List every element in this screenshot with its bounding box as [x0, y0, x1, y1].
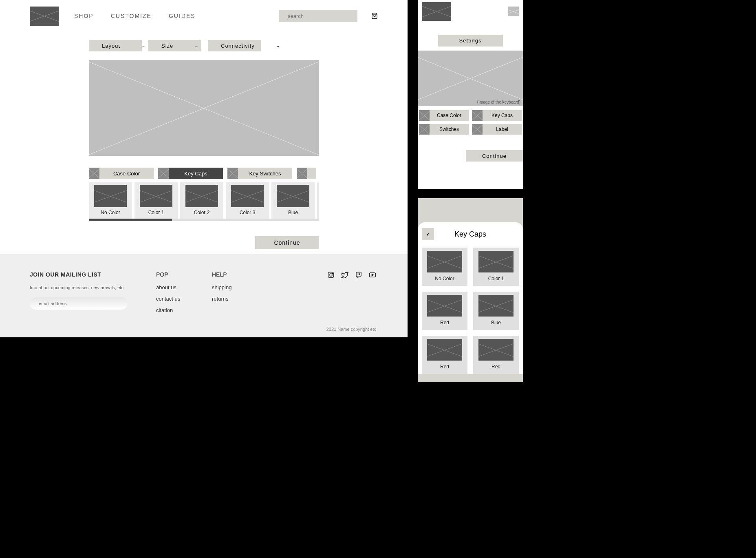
- keyboard-image: (Image of the keyboard): [418, 51, 523, 106]
- header: SHOP CUSTOMIZE GUIDES: [0, 0, 408, 32]
- swatch-icon: [419, 110, 430, 121]
- footer: JOIN OUR MAILING LIST Info about upcomin…: [0, 254, 408, 337]
- svg-point-1: [330, 274, 332, 276]
- copyright: 2021 Name copyright etc: [326, 327, 376, 332]
- logo[interactable]: [422, 2, 451, 21]
- color-card[interactable]: Red: [473, 336, 519, 374]
- twitch-icon[interactable]: [355, 271, 362, 279]
- swatch-icon: [419, 124, 430, 135]
- swatch-icon: [297, 168, 307, 179]
- footer-col-title: POP: [156, 271, 208, 278]
- footer-link[interactable]: returns: [212, 296, 264, 302]
- continue-button[interactable]: Continue: [255, 236, 319, 249]
- instagram-icon[interactable]: [327, 271, 335, 279]
- image-caption: (Image of the keyboard): [477, 100, 520, 104]
- footer-link[interactable]: about us: [156, 284, 208, 290]
- option-card[interactable]: Blue: [271, 182, 315, 219]
- swatch-icon: [227, 168, 238, 179]
- chevron-left-icon: ‹: [427, 230, 429, 239]
- chevron-down-icon: ⌄: [181, 43, 199, 49]
- tab-key-switches[interactable]: Key Switches: [227, 168, 292, 179]
- swatch-icon: [472, 110, 483, 121]
- dropdown-layout[interactable]: Layout⌄: [89, 40, 142, 51]
- option-row: No Color Color 1 Color 2 Color 3 Blue: [89, 182, 319, 219]
- mailing-list-title: JOIN OUR MAILING LIST: [30, 271, 152, 278]
- dropdown-connectivity[interactable]: Connectivity⌄: [208, 40, 261, 51]
- bottom-sheet: ‹ Key Caps No Color Color 1 Red Blue Red…: [418, 222, 523, 374]
- tile-case-color[interactable]: Case Color: [419, 110, 469, 121]
- swatch-thumb: [478, 295, 514, 317]
- footer-link[interactable]: citation: [156, 307, 208, 313]
- tab-overflow[interactable]: [297, 168, 316, 179]
- svg-point-2: [332, 273, 333, 274]
- swatch-thumb: [427, 251, 462, 272]
- swatch-thumb: [94, 185, 127, 207]
- tab-case-color[interactable]: Case Color: [89, 168, 154, 179]
- swatch-thumb: [185, 185, 218, 207]
- search-input[interactable]: [279, 10, 357, 22]
- dropdown-size[interactable]: Size⌄: [148, 40, 201, 51]
- nav-shop[interactable]: SHOP: [74, 13, 94, 19]
- option-scrollbar[interactable]: [89, 219, 319, 221]
- color-card[interactable]: No Color: [422, 248, 467, 286]
- desktop-frame: SHOP CUSTOMIZE GUIDES Layout⌄ Size⌄ Conn…: [0, 0, 408, 337]
- tab-key-caps[interactable]: Key Caps: [158, 168, 223, 179]
- swatch-icon: [472, 124, 483, 135]
- logo[interactable]: [30, 7, 59, 26]
- settings-button[interactable]: Settings: [438, 35, 503, 46]
- mailing-list-info: Info about upcoming releases, new arriva…: [30, 285, 152, 290]
- nav-customize[interactable]: CUSTOMIZE: [111, 13, 152, 19]
- footer-col-title: HELP: [212, 271, 264, 278]
- color-card[interactable]: Color 1: [473, 248, 519, 286]
- youtube-icon[interactable]: [369, 271, 376, 279]
- mobile-frame-settings: Settings (Image of the keyboard) Case Co…: [418, 0, 523, 189]
- nav-guides[interactable]: GUIDES: [169, 13, 196, 19]
- swatch-thumb: [140, 185, 172, 207]
- menu-icon[interactable]: [508, 7, 519, 16]
- swatch-icon: [158, 168, 169, 179]
- option-card[interactable]: Color 1: [134, 182, 178, 219]
- chevron-down-icon: ⌄: [263, 43, 280, 49]
- footer-col-pop: POP about us contact us citation: [156, 271, 208, 337]
- swatch-thumb: [427, 295, 462, 317]
- tile-grid: Case Color Key Caps Switches Label: [418, 106, 523, 135]
- category-tabs: Case Color Key Caps Key Switches: [89, 168, 408, 179]
- back-button[interactable]: ‹: [422, 228, 434, 240]
- cart-icon[interactable]: [371, 13, 378, 19]
- product-hero-image: [89, 60, 319, 156]
- swatch-thumb: [478, 339, 514, 361]
- email-field[interactable]: [30, 297, 128, 310]
- option-card[interactable]: Color 3: [226, 182, 269, 219]
- tile-label[interactable]: Label: [472, 124, 522, 135]
- chevron-down-icon: ⌄: [128, 43, 146, 49]
- primary-nav: SHOP CUSTOMIZE GUIDES: [74, 13, 196, 19]
- swatch-thumb: [478, 251, 514, 272]
- filter-row: Layout⌄ Size⌄ Connectivity⌄: [0, 40, 408, 51]
- swatch-thumb: [231, 185, 264, 207]
- swatch-thumb: [427, 339, 462, 361]
- swatch-thumb: [277, 185, 309, 207]
- swatch-icon: [89, 168, 99, 179]
- color-card[interactable]: Red: [422, 336, 467, 374]
- continue-button[interactable]: Continue: [466, 150, 523, 162]
- footer-link[interactable]: contact us: [156, 296, 208, 302]
- mobile-header: [418, 0, 523, 22]
- mobile-frame-keycaps: ‹ Key Caps No Color Color 1 Red Blue Red…: [418, 198, 523, 382]
- tile-switches[interactable]: Switches: [419, 124, 469, 135]
- tile-key-caps[interactable]: Key Caps: [472, 110, 522, 121]
- option-card[interactable]: [317, 182, 319, 219]
- sheet-title: Key Caps: [454, 230, 486, 239]
- twitter-icon[interactable]: [341, 271, 348, 279]
- footer-col-help: HELP shipping returns: [212, 271, 264, 337]
- footer-link[interactable]: shipping: [212, 284, 264, 290]
- color-grid: No Color Color 1 Red Blue Red Red: [422, 248, 519, 374]
- sheet-header: ‹ Key Caps: [422, 228, 519, 240]
- color-card[interactable]: Blue: [473, 292, 519, 330]
- option-card[interactable]: No Color: [89, 182, 132, 219]
- mobile-header: [418, 198, 523, 221]
- color-card[interactable]: Red: [422, 292, 467, 330]
- option-card[interactable]: Color 2: [180, 182, 223, 219]
- mailing-list: JOIN OUR MAILING LIST Info about upcomin…: [30, 271, 152, 337]
